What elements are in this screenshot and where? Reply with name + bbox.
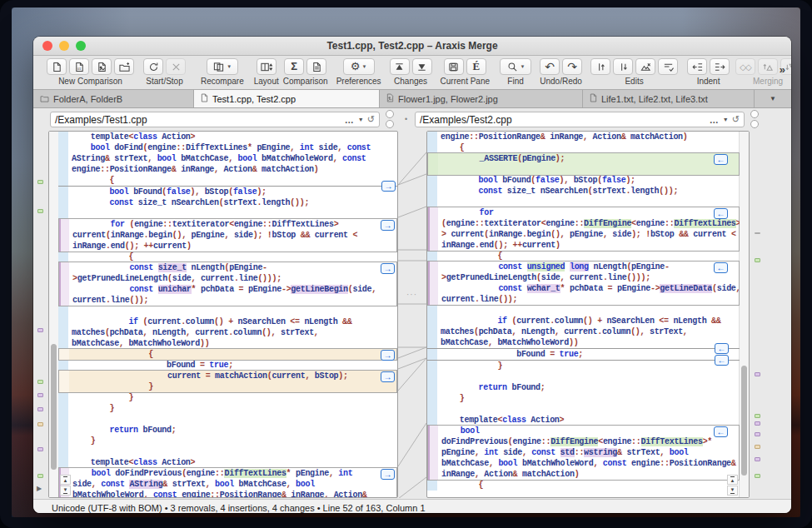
overview-change-mark[interactable] — [37, 393, 43, 397]
scrollbar-thumb[interactable] — [51, 344, 57, 470]
tab-test1-cpp[interactable]: Test1.cpp, Test2.cpp — [194, 90, 380, 107]
overview-change-mark[interactable] — [755, 258, 760, 262]
doc-image-button[interactable] — [92, 58, 112, 75]
radio-icon[interactable] — [750, 110, 759, 118]
left-code-pane[interactable]: template<class Action> bool doFind(engin… — [48, 131, 398, 498]
tab-foldera[interactable]: FolderA, FolderB — [33, 90, 194, 107]
left-change-overview-strip[interactable] — [36, 133, 46, 494]
left-path-menu-icon[interactable]: … — [345, 115, 355, 125]
overview-change-mark[interactable] — [37, 474, 43, 478]
first-edit-button[interactable] — [590, 58, 610, 75]
change-gutter — [58, 425, 68, 436]
overview-change-mark[interactable] — [755, 445, 760, 449]
merge-right-button[interactable]: → — [381, 220, 395, 231]
left-path-caret-icon[interactable]: ▼ — [358, 117, 364, 122]
last-change-button[interactable]: ▼ — [60, 486, 71, 496]
approve-edits-button[interactable] — [658, 58, 678, 75]
merge-up-icon — [762, 62, 775, 72]
recompare-button[interactable]: ▼ — [207, 58, 238, 75]
right-code-area[interactable]: engine::PositionRange& inRange, Action& … — [427, 132, 740, 497]
title-bar[interactable]: Test1.cpp, Test2.cpp – Araxis Merge — [33, 37, 791, 56]
sigma-button[interactable]: Σ — [284, 58, 304, 75]
save-button[interactable] — [444, 58, 464, 75]
merge-right-button[interactable]: → — [381, 371, 395, 382]
indent-button[interactable] — [710, 58, 730, 75]
radio-icon[interactable] — [386, 120, 394, 128]
merge-left-button[interactable]: ← — [715, 355, 729, 366]
doc-new-button[interactable] — [47, 58, 67, 75]
merge-right-button[interactable]: → — [381, 350, 395, 361]
tab-flower1-jpg[interactable]: Flower1.jpg, Flower2.jpg — [380, 90, 583, 107]
tab-life1-txt[interactable]: Life1.txt, Life2.txt, Life3.txt — [583, 90, 755, 107]
right-path-caret-icon[interactable]: ▼ — [723, 117, 729, 122]
merge-left-button[interactable]: ← — [714, 154, 728, 165]
toolbar-group-label: Comparison — [283, 77, 328, 86]
left-path-field[interactable]: /Examples/Test1.cpp … ▼ ↺ — [50, 112, 380, 127]
merge-left-button[interactable]: ← — [714, 208, 728, 219]
merge-right-button[interactable]: → — [381, 181, 396, 192]
prev-change-button[interactable] — [390, 58, 410, 75]
scrollbar-thumb[interactable] — [741, 366, 747, 476]
overview-change-mark[interactable] — [37, 407, 43, 411]
toolbar-overflow-button[interactable]: » — [780, 63, 785, 76]
left-path-history-icon[interactable]: ↺ — [367, 114, 375, 125]
redo-button[interactable]: ↷ — [562, 58, 582, 75]
right-pane-indicators[interactable] — [750, 110, 759, 128]
overview-change-mark[interactable] — [755, 414, 760, 418]
last-change-button[interactable]: ▼ — [727, 486, 738, 496]
right-path-field[interactable]: /Examples/Test2.cpp … ▼ ↺ — [415, 112, 745, 127]
code-block-same: } } return bFound; } template<class Acti… — [58, 392, 397, 468]
radio-icon[interactable] — [386, 110, 394, 118]
next-change-button[interactable] — [412, 58, 432, 75]
right-code-pane[interactable]: engine::PositionRange& inRange, Action& … — [426, 131, 750, 498]
report-button[interactable] — [306, 58, 326, 75]
left-code-area[interactable]: template<class Action> bool doFind(engin… — [58, 132, 397, 497]
merge-left-button[interactable]: ← — [715, 343, 729, 354]
code-line: engine::PositionRange& inRange, Action& … — [427, 132, 740, 142]
gear-button[interactable]: ⚙▼ — [343, 58, 375, 75]
encoding-button[interactable]: É — [466, 58, 486, 75]
merge-left-button[interactable]: ← — [714, 426, 728, 437]
layout-button[interactable] — [257, 58, 276, 75]
find-button[interactable]: ▼ — [500, 58, 531, 75]
overview-change-mark[interactable] — [755, 421, 760, 426]
right-change-overview-strip[interactable] — [753, 133, 763, 494]
right-pane-scrollbar[interactable] — [739, 132, 749, 497]
overview-change-mark[interactable] — [755, 457, 760, 461]
overview-change-mark[interactable] — [755, 474, 760, 478]
tab-list-dropdown[interactable]: ▼ — [755, 90, 791, 107]
folder-new-button[interactable] — [114, 58, 134, 75]
merge-left-button[interactable]: ← — [714, 262, 728, 273]
expand-arrow-icon[interactable]: ▶ — [37, 485, 42, 492]
code-block-inserted: _ASSERTE(pEngine);← — [427, 152, 740, 176]
close-window-button[interactable] — [42, 41, 52, 51]
doc-binary-button[interactable]: 01 — [69, 58, 89, 75]
first-change-button[interactable]: ▲ — [727, 475, 738, 485]
right-path-menu-icon[interactable]: … — [710, 115, 720, 125]
overview-change-mark[interactable] — [755, 372, 760, 376]
radio-icon[interactable] — [750, 120, 759, 128]
gap-ellipsis: ··· — [406, 290, 417, 299]
minimize-window-button[interactable] — [59, 41, 69, 51]
left-pane-indicators[interactable] — [386, 110, 394, 128]
discard-edits-button[interactable] — [635, 58, 655, 75]
change-gutter — [427, 404, 437, 415]
overview-change-mark[interactable] — [755, 432, 760, 436]
overview-change-mark[interactable] — [37, 447, 43, 451]
overview-change-mark[interactable] — [37, 422, 43, 426]
overview-change-mark[interactable] — [37, 328, 43, 332]
overview-change-mark[interactable] — [37, 209, 43, 213]
overview-change-mark[interactable] — [37, 380, 43, 384]
refresh-button[interactable] — [143, 58, 163, 75]
overview-change-mark[interactable] — [37, 180, 43, 184]
undo-button[interactable]: ↶ — [540, 58, 560, 75]
outdent-button[interactable] — [687, 58, 707, 75]
first-change-button[interactable]: ▲ — [60, 475, 71, 485]
overview-change-mark[interactable] — [755, 232, 760, 234]
right-path-history-icon[interactable]: ↺ — [732, 114, 740, 125]
zoom-window-button[interactable] — [76, 41, 86, 51]
code-text: bool doFind(engine::DiffTextLines* pEngi… — [68, 142, 371, 153]
merge-right-button[interactable]: → — [381, 469, 395, 480]
last-edit-button[interactable] — [613, 58, 633, 75]
merge-right-button[interactable]: → — [381, 263, 395, 274]
